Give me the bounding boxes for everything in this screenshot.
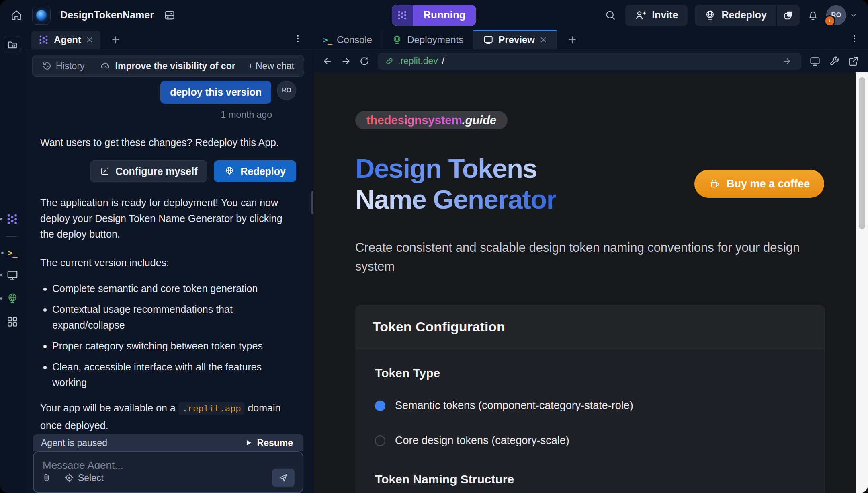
open-file-tree-button[interactable] (4, 36, 21, 53)
rail-console-button[interactable]: >_ (8, 248, 17, 258)
resume-button[interactable]: Resume (243, 437, 295, 449)
notifications-button[interactable] (807, 9, 819, 21)
workspace-layout-button[interactable] (164, 9, 176, 21)
left-tool-rail: >_ (0, 30, 25, 493)
tab-preview[interactable]: Preview (473, 30, 557, 49)
plan-badge-icon: + (824, 15, 835, 27)
open-external-button[interactable] (848, 55, 859, 67)
reload-icon (359, 56, 370, 66)
close-icon[interactable] (540, 36, 547, 43)
rail-all-tools-button[interactable] (6, 316, 18, 328)
deployments-globe-icon (392, 35, 402, 45)
list-item: Contextual usage recommendations that ex… (52, 302, 296, 333)
tab-deployments-label: Deployments (407, 34, 463, 45)
account-menu[interactable]: RO + (826, 5, 858, 25)
agent-paused-bar: Agent is paused Resume (33, 434, 303, 451)
invite-button[interactable]: Invite (625, 5, 688, 26)
chat-redeploy-button[interactable]: Redeploy (214, 160, 296, 182)
rail-agent-button[interactable] (6, 213, 18, 225)
search-icon (604, 9, 616, 21)
bell-icon (807, 9, 819, 21)
url-go-button[interactable] (780, 56, 794, 66)
message-timestamp: 1 month ago (40, 109, 272, 120)
tab-preview-label: Preview (498, 34, 535, 45)
preview-panel: >_ Console Deployments Preview (313, 30, 868, 493)
history-button[interactable]: History (40, 60, 87, 72)
forward-arrow-icon (341, 56, 351, 66)
device-preview-button[interactable] (809, 55, 821, 67)
rail-preview-button[interactable] (6, 269, 18, 281)
site-logo-badge[interactable]: thedesignsystem .guide (355, 111, 508, 129)
paused-status-label: Agent is paused (41, 438, 107, 448)
reload-button[interactable] (359, 56, 370, 66)
preview-panel-menu-button[interactable] (847, 33, 862, 44)
replit-agent-icon (39, 35, 49, 45)
new-tab-button[interactable] (108, 35, 123, 45)
chat-redeploy-label: Redeploy (240, 166, 286, 177)
radio-option-core[interactable]: Core design tokens (category-scale) (375, 434, 805, 447)
console-prompt-icon: >_ (323, 35, 332, 45)
play-icon (245, 439, 252, 446)
history-clock-icon (42, 61, 52, 71)
token-naming-heading: Token Naming Structure (375, 472, 805, 486)
message-inputbox: Select (33, 451, 303, 493)
select-target-icon (64, 473, 74, 483)
radio-unselected-icon (375, 435, 385, 446)
token-configuration-card: Token Configuration Token Type Semantic … (355, 305, 825, 493)
page-subtitle: Create consistent and scalable design to… (355, 238, 805, 276)
redeploy-label: Redeploy (721, 9, 767, 21)
open-indicator-dot (0, 274, 2, 276)
redeploy-button[interactable]: Redeploy (695, 5, 776, 26)
agent-message-text: Want users to get these changes? Redeplo… (40, 135, 296, 150)
agent-chat-scroll[interactable]: deploy this version RO 1 month ago Want … (25, 77, 311, 434)
tab-agent[interactable]: Agent (31, 31, 100, 49)
agent-action-row: Configure myself Redeploy (40, 160, 296, 182)
home-button[interactable] (10, 9, 23, 21)
new-tab-button[interactable] (565, 35, 579, 45)
radio-selected-icon (375, 401, 385, 411)
url-field[interactable]: .replit.dev / (378, 53, 801, 70)
preview-scrollbar[interactable] (856, 72, 868, 493)
configure-myself-button[interactable]: Configure myself (90, 160, 207, 182)
history-label: History (56, 61, 85, 72)
external-link-icon (848, 55, 859, 67)
agent-paragraph-ready: The application is ready for deployment!… (40, 195, 296, 242)
send-button[interactable] (272, 469, 295, 487)
workspace-layout-icon (164, 9, 176, 21)
deployments-globe-icon (6, 292, 18, 304)
tab-agent-label: Agent (54, 34, 81, 45)
radio-option-label: Semantic tokens (component-category-stat… (395, 399, 633, 412)
scrollbar-thumb[interactable] (859, 77, 865, 229)
agent-panel: Agent History Improve the visibility o (25, 30, 311, 493)
deploy-globe-icon (224, 166, 235, 177)
preview-url-bar: .replit.dev / (313, 49, 868, 72)
site-logo-suffix: .guide (462, 113, 496, 127)
attach-button[interactable] (42, 473, 51, 483)
tab-deployments[interactable]: Deployments (382, 30, 473, 49)
buy-coffee-label: Buy me a coffee (727, 178, 810, 190)
search-button[interactable] (604, 9, 616, 21)
panes-button[interactable] (777, 5, 800, 26)
send-plane-icon (278, 473, 288, 483)
select-element-button[interactable]: Select (62, 472, 106, 484)
console-prompt-icon: >_ (8, 248, 17, 258)
close-icon[interactable] (86, 36, 93, 43)
running-status-button[interactable]: Running (392, 5, 476, 26)
new-chat-button[interactable]: + New chat (245, 60, 297, 72)
message-agent-input[interactable] (42, 458, 295, 469)
availability-prefix: Your app will be available on a (40, 402, 176, 413)
app-icon (32, 6, 51, 25)
forward-button[interactable] (341, 56, 351, 66)
agent-panel-menu-button[interactable] (291, 33, 305, 44)
link-icon (385, 57, 394, 66)
tab-console[interactable]: >_ Console (313, 30, 382, 49)
current-thread-button[interactable]: Improve the visibility of component tag.… (98, 60, 235, 72)
back-button[interactable] (322, 56, 333, 66)
kebab-icon (850, 34, 859, 43)
radio-option-label: Core design tokens (category-scale) (395, 434, 569, 447)
radio-option-semantic[interactable]: Semantic tokens (component-category-stat… (375, 399, 805, 412)
buy-coffee-button[interactable]: Buy me a coffee (694, 170, 824, 198)
rail-deployments-button[interactable] (6, 292, 18, 304)
devtools-button[interactable] (829, 55, 840, 67)
url-domain: .replit.dev (398, 55, 438, 66)
